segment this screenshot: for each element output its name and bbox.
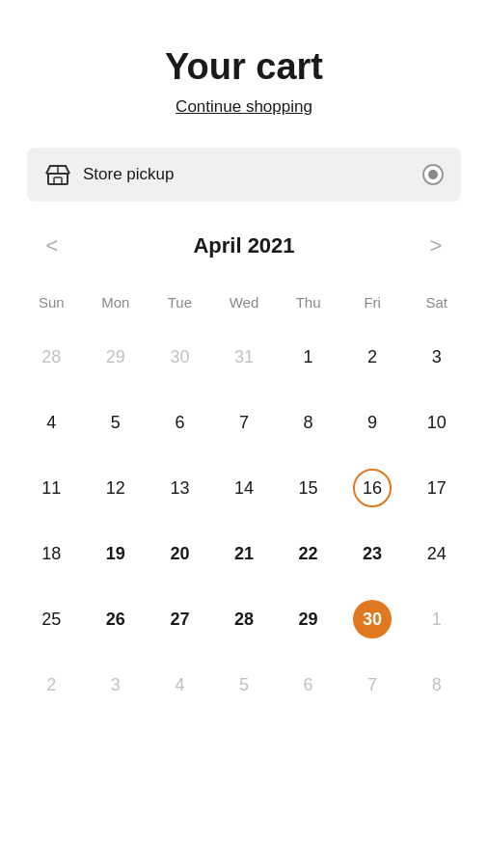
calendar-day[interactable]: 15: [276, 457, 340, 519]
calendar-header: < April 2021 >: [19, 229, 469, 263]
calendar-day[interactable]: 16: [340, 457, 405, 519]
calendar-day[interactable]: 19: [84, 523, 149, 584]
calendar-day[interactable]: 5: [212, 654, 277, 716]
calendar-day[interactable]: 5: [84, 392, 149, 453]
calendar-day[interactable]: 28: [19, 326, 84, 388]
continue-shopping-link[interactable]: Continue shopping: [0, 97, 488, 117]
store-icon: [44, 161, 71, 188]
calendar-day[interactable]: 29: [276, 588, 340, 650]
weekday-sat: Sat: [404, 286, 469, 318]
calendar-day[interactable]: 6: [276, 654, 340, 716]
calendar-day[interactable]: 21: [212, 523, 277, 584]
calendar-day[interactable]: 8: [276, 392, 340, 453]
weekday-thu: Thu: [276, 286, 340, 318]
weekday-mon: Mon: [84, 286, 149, 318]
calendar-day[interactable]: 7: [340, 654, 405, 716]
calendar-day[interactable]: 2: [340, 326, 405, 388]
calendar-day[interactable]: 4: [148, 654, 212, 716]
store-pickup-radio[interactable]: [422, 164, 444, 185]
weekday-row: Sun Mon Tue Wed Thu Fri Sat: [19, 286, 469, 318]
calendar-day[interactable]: 13: [148, 457, 212, 519]
weekday-sun: Sun: [19, 286, 84, 318]
calendar-day[interactable]: 7: [212, 392, 277, 453]
calendar-day[interactable]: 1: [404, 588, 469, 650]
calendar-day[interactable]: 14: [212, 457, 277, 519]
calendar-day[interactable]: 22: [276, 523, 340, 584]
calendar-day[interactable]: 3: [404, 326, 469, 388]
calendar-day[interactable]: 31: [212, 326, 277, 388]
calendar-day[interactable]: 24: [404, 523, 469, 584]
calendar-day[interactable]: 29: [84, 326, 149, 388]
page-title: Your cart: [0, 46, 488, 88]
calendar-day[interactable]: 4: [19, 392, 84, 453]
calendar-day[interactable]: 17: [404, 457, 469, 519]
store-pickup-label: Store pickup: [83, 165, 175, 184]
days-grid: 2829303112345678910111213141516171819202…: [19, 326, 469, 716]
calendar-month-year: April 2021: [193, 233, 294, 258]
calendar-day[interactable]: 10: [404, 392, 469, 453]
radio-inner: [428, 170, 438, 179]
next-month-button[interactable]: >: [419, 229, 453, 263]
weekday-tue: Tue: [148, 286, 212, 318]
calendar-day[interactable]: 28: [212, 588, 277, 650]
svg-rect-1: [54, 177, 62, 184]
calendar-day[interactable]: 11: [19, 457, 84, 519]
weekday-wed: Wed: [212, 286, 277, 318]
calendar-day[interactable]: 8: [404, 654, 469, 716]
calendar: < April 2021 > Sun Mon Tue Wed Thu Fri S…: [0, 229, 488, 716]
calendar-day[interactable]: 2: [19, 654, 84, 716]
prev-month-button[interactable]: <: [35, 229, 69, 263]
calendar-day[interactable]: 3: [84, 654, 149, 716]
calendar-day[interactable]: 30: [148, 326, 212, 388]
calendar-grid: Sun Mon Tue Wed Thu Fri Sat 282930311234…: [19, 286, 469, 716]
calendar-day[interactable]: 18: [19, 523, 84, 584]
calendar-day[interactable]: 20: [148, 523, 212, 584]
calendar-day[interactable]: 27: [148, 588, 212, 650]
svg-rect-0: [48, 174, 68, 184]
store-pickup-bar[interactable]: Store pickup: [27, 148, 461, 202]
calendar-day[interactable]: 26: [84, 588, 149, 650]
weekday-fri: Fri: [340, 286, 405, 318]
calendar-day[interactable]: 6: [148, 392, 212, 453]
calendar-day[interactable]: 25: [19, 588, 84, 650]
calendar-day[interactable]: 12: [84, 457, 149, 519]
calendar-day[interactable]: 1: [276, 326, 340, 388]
calendar-day[interactable]: 30: [340, 588, 405, 650]
calendar-day[interactable]: 9: [340, 392, 405, 453]
calendar-day[interactable]: 23: [340, 523, 405, 584]
